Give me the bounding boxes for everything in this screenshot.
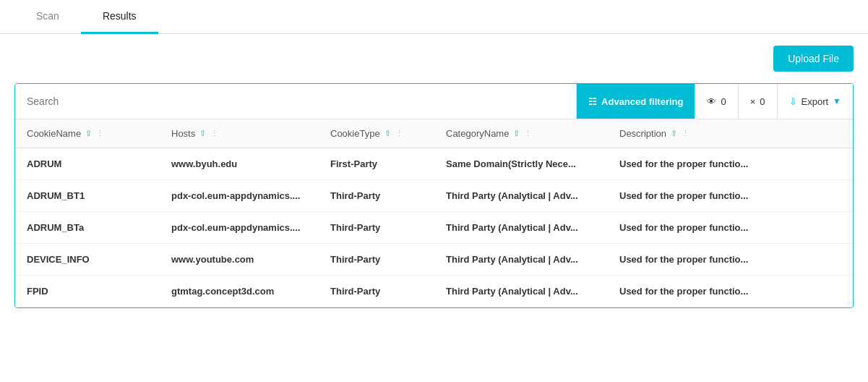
sort-icon-category[interactable]: ⇧ <box>513 129 520 138</box>
cell-cookie-name: ADRUM_BTa <box>15 212 160 244</box>
sort-menu-icon-cookie-name[interactable]: ⋮ <box>96 129 104 138</box>
export-dropdown-icon: ▼ <box>833 96 841 106</box>
table-row[interactable]: ADRUM_BT1pdx-col.eum-appdynamics....Thir… <box>15 180 853 212</box>
cell-cookie-type: Third-Party <box>319 276 434 307</box>
cell-hosts: pdx-col.eum-appdynamics.... <box>160 212 319 244</box>
cell-category-name: Third Party (Analytical | Adv... <box>434 276 608 307</box>
cell-category-name: Third Party (Analytical | Adv... <box>434 244 608 276</box>
cell-cookie-type: Third-Party <box>319 180 434 212</box>
cell-cookie-name: FPID <box>15 276 160 307</box>
cell-description: Used for the proper functio... <box>608 276 853 307</box>
table-row[interactable]: ADRUMwww.byuh.eduFirst-PartySame Domain(… <box>15 148 853 180</box>
table-row[interactable]: DEVICE_INFOwww.youtube.comThird-PartyThi… <box>15 244 853 276</box>
x-icon: × <box>750 96 756 107</box>
cell-category-name: Third Party (Analytical | Adv... <box>434 212 608 244</box>
cell-category-name: Third Party (Analytical | Adv... <box>434 180 608 212</box>
sort-menu-icon-cookie-type[interactable]: ⋮ <box>395 129 403 138</box>
x-count-button[interactable]: × 0 <box>738 84 777 119</box>
col-header-cookie-type: CookieType ⇧ ⋮ <box>319 119 434 148</box>
col-header-description: Description ⇧ ⋮ <box>608 119 853 148</box>
sort-icon-cookie-type[interactable]: ⇧ <box>384 129 391 138</box>
col-header-category-name: CategoryName ⇧ ⋮ <box>434 119 608 148</box>
main-card: ☷ Advanced filtering 👁 0 × 0 ⇩ Export ▼ <box>14 83 854 308</box>
upload-file-button[interactable]: Upload File <box>773 46 854 72</box>
cell-cookie-name: ADRUM_BT1 <box>15 180 160 212</box>
export-button[interactable]: ⇩ Export ▼ <box>777 84 853 119</box>
advanced-filtering-button[interactable]: ☷ Advanced filtering <box>577 84 695 119</box>
sort-menu-icon-hosts[interactable]: ⋮ <box>210 129 218 138</box>
sort-menu-icon-description[interactable]: ⋮ <box>682 129 689 138</box>
top-navigation: Scan Results <box>0 0 868 34</box>
export-icon: ⇩ <box>789 96 797 107</box>
table-header-row: CookieName ⇧ ⋮ Hosts ⇧ ⋮ CookieType <box>15 119 853 148</box>
cell-cookie-name: ADRUM <box>15 148 160 180</box>
filter-actions: ☷ Advanced filtering 👁 0 × 0 ⇩ Export ▼ <box>576 84 853 119</box>
cell-hosts: www.youtube.com <box>160 244 319 276</box>
table-row[interactable]: ADRUM_BTapdx-col.eum-appdynamics....Thir… <box>15 212 853 244</box>
cell-description: Used for the proper functio... <box>608 244 853 276</box>
col-header-hosts: Hosts ⇧ ⋮ <box>160 119 319 148</box>
results-table: CookieName ⇧ ⋮ Hosts ⇧ ⋮ CookieType <box>15 119 853 307</box>
table-row[interactable]: FPIDgtmtag.concept3d.comThird-PartyThird… <box>15 276 853 307</box>
filter-icon: ☷ <box>588 96 597 107</box>
eye-icon: 👁 <box>707 96 716 107</box>
tab-scan[interactable]: Scan <box>14 0 81 34</box>
search-input[interactable] <box>15 85 576 117</box>
eye-count-value: 0 <box>721 96 726 107</box>
col-header-cookie-name: CookieName ⇧ ⋮ <box>15 119 160 148</box>
page-toolbar: Upload File <box>0 34 868 83</box>
cell-description: Used for the proper functio... <box>608 212 853 244</box>
cell-cookie-type: First-Party <box>319 148 434 180</box>
advanced-filtering-label: Advanced filtering <box>601 96 683 107</box>
cell-description: Used for the proper functio... <box>608 148 853 180</box>
cell-category-name: Same Domain(Strictly Nece... <box>434 148 608 180</box>
cell-cookie-type: Third-Party <box>319 212 434 244</box>
cell-cookie-name: DEVICE_INFO <box>15 244 160 276</box>
sort-icon-hosts[interactable]: ⇧ <box>199 129 206 138</box>
cell-hosts: www.byuh.edu <box>160 148 319 180</box>
cell-hosts: gtmtag.concept3d.com <box>160 276 319 307</box>
eye-count-button[interactable]: 👁 0 <box>695 84 737 119</box>
x-count-value: 0 <box>760 96 765 107</box>
tab-results[interactable]: Results <box>81 0 158 34</box>
sort-icon-description[interactable]: ⇧ <box>671 129 677 138</box>
sort-menu-icon-category[interactable]: ⋮ <box>524 129 532 138</box>
cell-hosts: pdx-col.eum-appdynamics.... <box>160 180 319 212</box>
export-label: Export <box>802 96 829 107</box>
filter-bar: ☷ Advanced filtering 👁 0 × 0 ⇩ Export ▼ <box>15 84 853 119</box>
cell-description: Used for the proper functio... <box>608 180 853 212</box>
sort-icon-cookie-name[interactable]: ⇧ <box>85 129 92 138</box>
cell-cookie-type: Third-Party <box>319 244 434 276</box>
